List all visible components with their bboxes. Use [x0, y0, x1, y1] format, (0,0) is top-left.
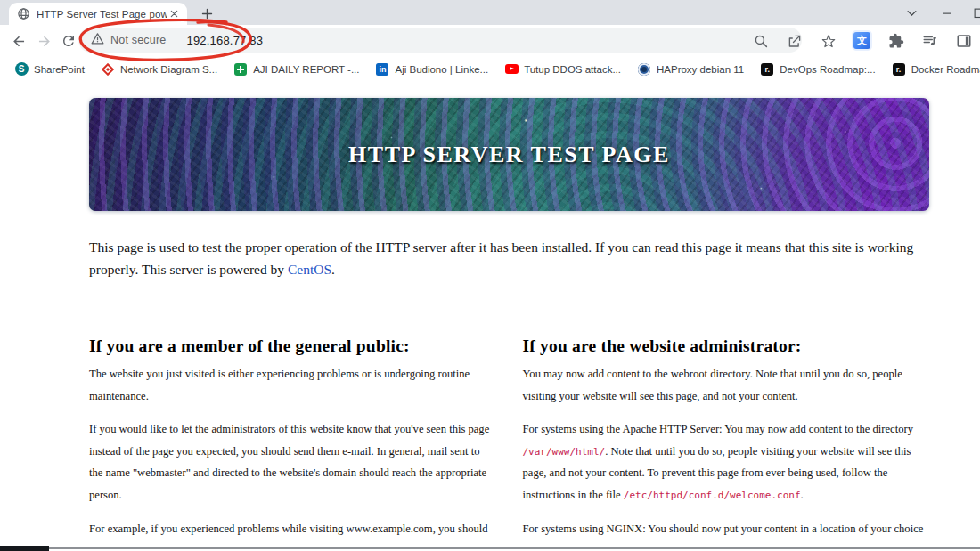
taskbar-sliver [0, 546, 49, 551]
intro-text: This page is used to test the proper ope… [89, 239, 913, 277]
youtube-icon [504, 62, 519, 77]
haproxy-icon [637, 62, 651, 77]
hero-banner: HTTP SERVER TEST PAGE [89, 98, 929, 211]
welcome-conf-code: /etc/httpd/conf.d/welcome.conf [624, 490, 801, 501]
side-panel-icon[interactable] [954, 31, 973, 50]
roadmap-icon: r. [760, 62, 774, 77]
security-label[interactable]: Not secure [110, 34, 166, 46]
apache-text-1: For systems using the Apache HTTP Server… [523, 423, 914, 435]
forward-icon[interactable] [34, 31, 53, 51]
browser-window: HTTP Server Test Page powered [0, 0, 980, 551]
share-icon[interactable] [785, 31, 804, 50]
public-paragraph-1: The website you just visited is either e… [89, 363, 496, 407]
bookmark-linkedin[interactable]: in Aji Budiono | Linke... [367, 59, 496, 80]
minimize-button[interactable] [934, 0, 960, 25]
bookmark-star-icon[interactable] [819, 31, 837, 50]
bookmark-daily-report[interactable]: AJI DAILY REPORT -... [225, 59, 367, 80]
public-column: If you are a member of the general publi… [89, 310, 496, 551]
url-text[interactable]: 192.168.77.83 [186, 34, 263, 47]
browser-tab[interactable]: HTTP Server Test Page powered [9, 3, 187, 25]
search-icon[interactable] [751, 31, 770, 50]
page-content: HTTP SERVER TEST PAGE This page is used … [0, 82, 980, 551]
linkedin-icon: in [375, 62, 389, 77]
browser-toolbar: Not secure 192.168.77.83 文 [0, 25, 980, 56]
tab-search-chevron-icon[interactable] [898, 0, 925, 25]
admin-heading: If you are the website administrator: [523, 336, 930, 356]
bookmark-devops-roadmap[interactable]: r. DevOps Roadmap:... [752, 59, 883, 80]
address-bar[interactable]: Not secure 192.168.77.83 [78, 28, 802, 53]
intro-paragraph: This page is used to test the proper ope… [89, 236, 929, 280]
divider-rule [89, 304, 929, 304]
not-secure-warning-icon[interactable] [91, 32, 104, 49]
webroot-path-code: /var/www/html/ [523, 446, 606, 458]
bottom-line [49, 547, 980, 549]
tab-close-icon[interactable] [167, 7, 181, 21]
bookmark-haproxy[interactable]: HAProxy debian 11 [629, 59, 752, 80]
public-heading: If you are a member of the general publi… [89, 336, 496, 356]
maximize-button[interactable] [969, 0, 980, 25]
address-divider [176, 34, 176, 47]
back-icon[interactable] [9, 31, 29, 51]
roadmap-icon: r. [892, 62, 906, 77]
diagram-diamond-icon [101, 62, 115, 77]
new-tab-button[interactable] [196, 4, 217, 23]
tab-strip: HTTP Server Test Page powered [0, 0, 980, 25]
globe-favicon-icon [17, 7, 30, 20]
admin-column: If you are the website administrator: Yo… [523, 310, 930, 551]
admin-paragraph-2: For systems using the Apache HTTP Server… [523, 418, 930, 506]
apache-text-3: . [801, 489, 804, 501]
reload-icon[interactable] [59, 31, 78, 51]
centos-link[interactable]: CentOS [288, 262, 331, 277]
tab-title: HTTP Server Test Page powered [37, 9, 167, 20]
google-translate-icon[interactable]: 文 [853, 31, 871, 50]
extensions-puzzle-icon[interactable] [886, 31, 905, 50]
admin-paragraph-1: You may now add content to the webroot d… [523, 363, 930, 407]
intro-period: . [331, 262, 335, 277]
google-sheets-icon [233, 62, 248, 77]
playlist-queue-icon[interactable] [920, 31, 939, 50]
page-title: HTTP SERVER TEST PAGE [348, 142, 670, 168]
bookmarks-bar: S SharePoint Network Diagram S... AJI DA… [0, 56, 980, 82]
sharepoint-icon: S [14, 62, 29, 77]
public-paragraph-2: If you would like to let the administrat… [89, 418, 496, 506]
bookmark-docker-roadmap[interactable]: r. Docker Roadmap -... [884, 59, 980, 80]
bookmark-sharepoint[interactable]: S SharePoint [6, 59, 93, 80]
bookmark-network-diagram[interactable]: Network Diagram S... [93, 59, 225, 80]
bookmark-youtube-ddos[interactable]: Tutup DDOS attack... [496, 59, 629, 80]
screen-bottom-edge [0, 546, 980, 551]
